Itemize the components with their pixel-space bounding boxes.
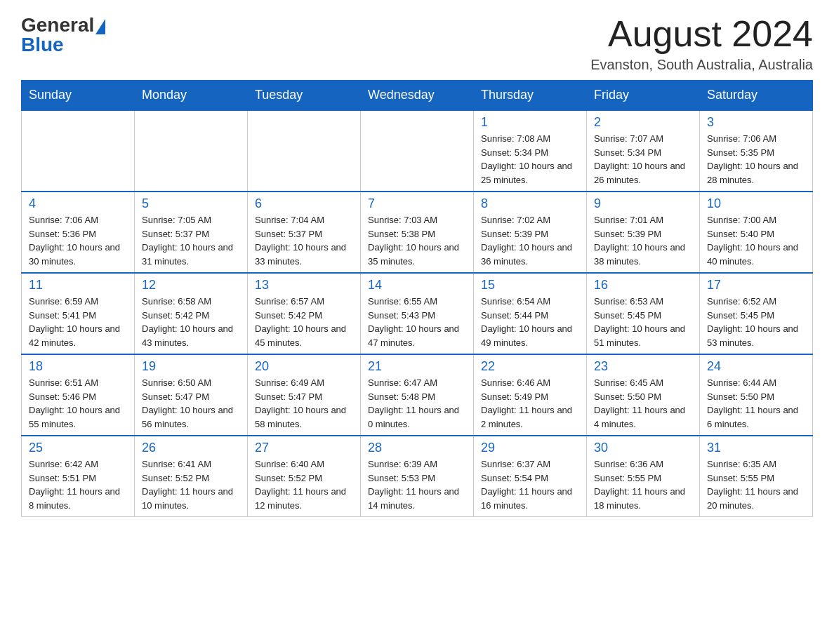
day-of-week-header: Wednesday bbox=[361, 81, 474, 111]
day-info: Sunrise: 6:51 AM Sunset: 5:46 PM Dayligh… bbox=[29, 376, 127, 431]
day-number: 24 bbox=[707, 359, 805, 374]
day-info: Sunrise: 7:06 AM Sunset: 5:36 PM Dayligh… bbox=[29, 213, 127, 268]
day-info: Sunrise: 6:59 AM Sunset: 5:41 PM Dayligh… bbox=[29, 295, 127, 349]
day-info: Sunrise: 6:42 AM Sunset: 5:51 PM Dayligh… bbox=[29, 457, 127, 512]
day-info: Sunrise: 6:55 AM Sunset: 5:43 PM Dayligh… bbox=[368, 295, 466, 349]
day-info: Sunrise: 7:05 AM Sunset: 5:37 PM Dayligh… bbox=[142, 213, 240, 268]
day-number: 21 bbox=[368, 359, 466, 374]
day-of-week-header: Sunday bbox=[22, 81, 135, 111]
day-info: Sunrise: 7:07 AM Sunset: 5:34 PM Dayligh… bbox=[594, 132, 692, 187]
day-number: 16 bbox=[594, 278, 692, 293]
day-number: 15 bbox=[481, 278, 579, 293]
day-info: Sunrise: 6:46 AM Sunset: 5:49 PM Dayligh… bbox=[481, 376, 579, 431]
day-info: Sunrise: 6:35 AM Sunset: 5:55 PM Dayligh… bbox=[707, 457, 805, 512]
day-info: Sunrise: 6:47 AM Sunset: 5:48 PM Dayligh… bbox=[368, 376, 466, 431]
day-info: Sunrise: 7:08 AM Sunset: 5:34 PM Dayligh… bbox=[481, 132, 579, 187]
day-of-week-header: Friday bbox=[587, 81, 700, 111]
day-number: 27 bbox=[255, 441, 353, 455]
logo-blue: Blue bbox=[21, 34, 64, 56]
day-info: Sunrise: 6:44 AM Sunset: 5:50 PM Dayligh… bbox=[707, 376, 805, 431]
day-info: Sunrise: 6:36 AM Sunset: 5:55 PM Dayligh… bbox=[594, 457, 692, 512]
day-info: Sunrise: 6:54 AM Sunset: 5:44 PM Dayligh… bbox=[481, 295, 579, 349]
day-number: 4 bbox=[29, 196, 127, 211]
calendar-cell: 19Sunrise: 6:50 AM Sunset: 5:47 PM Dayli… bbox=[135, 354, 248, 436]
day-number: 5 bbox=[142, 196, 240, 211]
calendar-cell: 8Sunrise: 7:02 AM Sunset: 5:39 PM Daylig… bbox=[474, 192, 587, 273]
day-info: Sunrise: 7:04 AM Sunset: 5:37 PM Dayligh… bbox=[255, 213, 353, 268]
calendar-table: SundayMondayTuesdayWednesdayThursdayFrid… bbox=[21, 80, 813, 517]
calendar-cell: 10Sunrise: 7:00 AM Sunset: 5:40 PM Dayli… bbox=[700, 192, 813, 273]
day-number: 20 bbox=[255, 359, 353, 374]
logo: General Blue bbox=[21, 14, 105, 56]
day-number: 17 bbox=[707, 278, 805, 293]
calendar-cell: 17Sunrise: 6:52 AM Sunset: 5:45 PM Dayli… bbox=[700, 273, 813, 354]
day-info: Sunrise: 6:37 AM Sunset: 5:54 PM Dayligh… bbox=[481, 457, 579, 512]
day-info: Sunrise: 6:57 AM Sunset: 5:42 PM Dayligh… bbox=[255, 295, 353, 349]
header-right: August 2024 Evanston, South Australia, A… bbox=[590, 14, 813, 73]
calendar-cell: 24Sunrise: 6:44 AM Sunset: 5:50 PM Dayli… bbox=[700, 354, 813, 436]
day-of-week-header: Saturday bbox=[700, 81, 813, 111]
day-info: Sunrise: 7:00 AM Sunset: 5:40 PM Dayligh… bbox=[707, 213, 805, 268]
calendar-cell: 15Sunrise: 6:54 AM Sunset: 5:44 PM Dayli… bbox=[474, 273, 587, 354]
calendar-cell bbox=[248, 110, 361, 192]
day-info: Sunrise: 6:45 AM Sunset: 5:50 PM Dayligh… bbox=[594, 376, 692, 431]
day-number: 28 bbox=[368, 441, 466, 455]
day-number: 11 bbox=[29, 278, 127, 293]
calendar-cell: 16Sunrise: 6:53 AM Sunset: 5:45 PM Dayli… bbox=[587, 273, 700, 354]
day-info: Sunrise: 6:40 AM Sunset: 5:52 PM Dayligh… bbox=[255, 457, 353, 512]
calendar-cell: 6Sunrise: 7:04 AM Sunset: 5:37 PM Daylig… bbox=[248, 192, 361, 273]
day-number: 19 bbox=[142, 359, 240, 374]
calendar-cell bbox=[361, 110, 474, 192]
day-number: 10 bbox=[707, 196, 805, 211]
day-number: 13 bbox=[255, 278, 353, 293]
day-number: 31 bbox=[707, 441, 805, 455]
day-info: Sunrise: 6:50 AM Sunset: 5:47 PM Dayligh… bbox=[142, 376, 240, 431]
calendar-cell: 1Sunrise: 7:08 AM Sunset: 5:34 PM Daylig… bbox=[474, 110, 587, 192]
calendar-cell: 4Sunrise: 7:06 AM Sunset: 5:36 PM Daylig… bbox=[22, 192, 135, 273]
day-number: 7 bbox=[368, 196, 466, 211]
month-title: August 2024 bbox=[590, 14, 813, 54]
day-number: 18 bbox=[29, 359, 127, 374]
day-info: Sunrise: 7:03 AM Sunset: 5:38 PM Dayligh… bbox=[368, 213, 466, 268]
calendar-cell: 18Sunrise: 6:51 AM Sunset: 5:46 PM Dayli… bbox=[22, 354, 135, 436]
calendar-cell: 20Sunrise: 6:49 AM Sunset: 5:47 PM Dayli… bbox=[248, 354, 361, 436]
calendar-cell: 21Sunrise: 6:47 AM Sunset: 5:48 PM Dayli… bbox=[361, 354, 474, 436]
calendar-cell: 12Sunrise: 6:58 AM Sunset: 5:42 PM Dayli… bbox=[135, 273, 248, 354]
calendar-cell: 14Sunrise: 6:55 AM Sunset: 5:43 PM Dayli… bbox=[361, 273, 474, 354]
calendar-cell: 2Sunrise: 7:07 AM Sunset: 5:34 PM Daylig… bbox=[587, 110, 700, 192]
day-info: Sunrise: 6:52 AM Sunset: 5:45 PM Dayligh… bbox=[707, 295, 805, 349]
calendar-cell: 29Sunrise: 6:37 AM Sunset: 5:54 PM Dayli… bbox=[474, 436, 587, 517]
calendar-cell: 3Sunrise: 7:06 AM Sunset: 5:35 PM Daylig… bbox=[700, 110, 813, 192]
day-number: 2 bbox=[594, 115, 692, 130]
calendar-cell: 25Sunrise: 6:42 AM Sunset: 5:51 PM Dayli… bbox=[22, 436, 135, 517]
calendar-cell: 30Sunrise: 6:36 AM Sunset: 5:55 PM Dayli… bbox=[587, 436, 700, 517]
day-number: 14 bbox=[368, 278, 466, 293]
day-number: 8 bbox=[481, 196, 579, 211]
calendar-cell bbox=[135, 110, 248, 192]
page-header: General Blue August 2024 Evanston, South… bbox=[21, 14, 813, 73]
calendar-cell: 22Sunrise: 6:46 AM Sunset: 5:49 PM Dayli… bbox=[474, 354, 587, 436]
logo-triangle-icon bbox=[95, 19, 105, 34]
day-info: Sunrise: 7:02 AM Sunset: 5:39 PM Dayligh… bbox=[481, 213, 579, 268]
calendar-cell: 13Sunrise: 6:57 AM Sunset: 5:42 PM Dayli… bbox=[248, 273, 361, 354]
day-info: Sunrise: 6:49 AM Sunset: 5:47 PM Dayligh… bbox=[255, 376, 353, 431]
day-number: 25 bbox=[29, 441, 127, 455]
day-info: Sunrise: 6:53 AM Sunset: 5:45 PM Dayligh… bbox=[594, 295, 692, 349]
day-of-week-header: Thursday bbox=[474, 81, 587, 111]
day-of-week-header: Tuesday bbox=[248, 81, 361, 111]
day-info: Sunrise: 7:01 AM Sunset: 5:39 PM Dayligh… bbox=[594, 213, 692, 268]
day-number: 1 bbox=[481, 115, 579, 130]
day-of-week-header: Monday bbox=[135, 81, 248, 111]
day-number: 30 bbox=[594, 441, 692, 455]
day-info: Sunrise: 6:58 AM Sunset: 5:42 PM Dayligh… bbox=[142, 295, 240, 349]
day-info: Sunrise: 7:06 AM Sunset: 5:35 PM Dayligh… bbox=[707, 132, 805, 187]
day-number: 23 bbox=[594, 359, 692, 374]
day-number: 26 bbox=[142, 441, 240, 455]
calendar-cell: 23Sunrise: 6:45 AM Sunset: 5:50 PM Dayli… bbox=[587, 354, 700, 436]
day-number: 9 bbox=[594, 196, 692, 211]
day-info: Sunrise: 6:39 AM Sunset: 5:53 PM Dayligh… bbox=[368, 457, 466, 512]
calendar-cell: 5Sunrise: 7:05 AM Sunset: 5:37 PM Daylig… bbox=[135, 192, 248, 273]
calendar-cell: 7Sunrise: 7:03 AM Sunset: 5:38 PM Daylig… bbox=[361, 192, 474, 273]
calendar-cell: 31Sunrise: 6:35 AM Sunset: 5:55 PM Dayli… bbox=[700, 436, 813, 517]
calendar-cell: 28Sunrise: 6:39 AM Sunset: 5:53 PM Dayli… bbox=[361, 436, 474, 517]
